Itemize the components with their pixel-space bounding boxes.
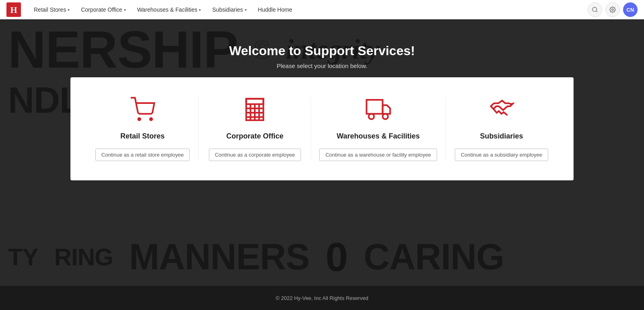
- user-avatar[interactable]: CN: [623, 2, 638, 17]
- svg-point-2: [592, 7, 597, 12]
- location-item-subsidiaries: Subsidiaries Continue as a subsidiary em…: [446, 97, 557, 161]
- corporate-office-button[interactable]: Continue as a corporate employee: [209, 149, 301, 161]
- hero-title: Welcome to Support Services!: [229, 43, 415, 58]
- search-icon: [592, 6, 598, 13]
- chevron-down-icon: ▾: [199, 8, 201, 12]
- location-item-warehouses-facilities: Warehouses & Facilities Continue as a wa…: [311, 97, 445, 161]
- location-selection-card: Retail Stores Continue as a retail store…: [70, 77, 574, 180]
- footer: © 2022 Hy-Vee, Inc All Rights Reserved: [0, 286, 644, 310]
- settings-button[interactable]: [605, 2, 620, 17]
- shopping-cart-icon: [130, 97, 155, 124]
- chevron-down-icon: ▾: [245, 8, 247, 12]
- svg-point-5: [138, 118, 140, 120]
- location-item-corporate-office: Corporate Office Continue as a corporate…: [199, 97, 311, 161]
- corporate-office-label: Corporate Office: [226, 132, 283, 141]
- location-item-retail-stores: Retail Stores Continue as a retail store…: [87, 97, 199, 161]
- search-button[interactable]: [588, 2, 602, 17]
- navbar: H Retail Stores ▾ Corporate Office ▾ War…: [0, 0, 644, 19]
- hero-content: Welcome to Support Services! Please sele…: [229, 19, 415, 69]
- warehouses-facilities-label: Warehouses & Facilities: [336, 132, 419, 141]
- nav-links: Retail Stores ▾ Corporate Office ▾ Wareh…: [29, 4, 588, 15]
- warehouses-facilities-button[interactable]: Continue as a warehouse or facility empl…: [319, 149, 437, 161]
- truck-icon: [365, 97, 391, 124]
- retail-stores-label: Retail Stores: [120, 132, 165, 141]
- nav-item-retail-stores[interactable]: Retail Stores ▾: [29, 4, 74, 15]
- svg-rect-15: [366, 100, 382, 114]
- hero-subtitle: Please select your location below.: [229, 62, 415, 69]
- subsidiaries-label: Subsidiaries: [480, 132, 523, 141]
- nav-item-warehouses-facilities[interactable]: Warehouses & Facilities ▾: [132, 4, 206, 15]
- handshake-icon: [489, 97, 514, 124]
- chevron-down-icon: ▾: [68, 8, 70, 12]
- nav-item-subsidiaries[interactable]: Subsidiaries ▾: [207, 4, 251, 15]
- gear-icon: [609, 6, 616, 13]
- svg-point-4: [612, 9, 613, 10]
- building-icon: [242, 97, 268, 124]
- svg-point-18: [382, 114, 388, 119]
- svg-point-6: [150, 118, 152, 120]
- nav-item-huddle-home[interactable]: Huddle Home: [253, 4, 297, 15]
- hero-section: NERSHIP S integrity NDLINESS Care RANGE …: [0, 19, 644, 310]
- svg-point-17: [369, 114, 374, 119]
- svg-text:H: H: [10, 5, 17, 15]
- svg-marker-16: [382, 105, 390, 114]
- chevron-down-icon: ▾: [124, 8, 126, 12]
- svg-line-3: [596, 11, 597, 12]
- retail-stores-button[interactable]: Continue as a retail store employee: [95, 149, 190, 161]
- nav-item-corporate-office[interactable]: Corporate Office ▾: [76, 4, 130, 15]
- brand-logo[interactable]: H: [6, 2, 21, 17]
- nav-right: CN: [588, 2, 638, 17]
- footer-copyright: © 2022 Hy-Vee, Inc All Rights Reserved: [276, 295, 368, 301]
- svg-rect-8: [246, 99, 264, 104]
- subsidiaries-button[interactable]: Continue as a subsidiary employee: [455, 149, 548, 161]
